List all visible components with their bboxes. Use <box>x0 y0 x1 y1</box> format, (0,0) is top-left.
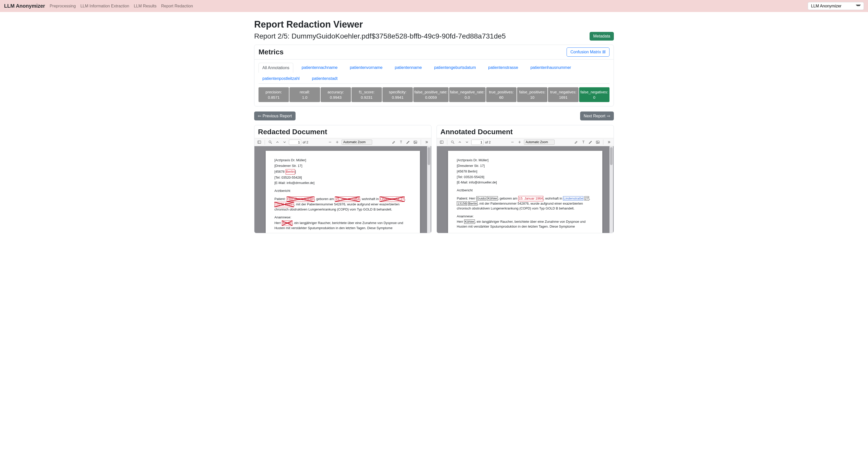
metric-label: precision: <box>259 89 288 95</box>
svg-point-2 <box>269 141 271 143</box>
more-tools-icon[interactable] <box>424 139 429 145</box>
metric-precision: precision:0.8571 <box>258 87 289 102</box>
annotation-housenr: 27 <box>585 196 589 201</box>
prev-page-icon[interactable] <box>275 139 280 145</box>
page-of-label: of 2 <box>485 140 491 144</box>
metric-label: f1_score: <box>352 89 381 95</box>
metric-value: 0.9231 <box>352 95 381 100</box>
tab-patientenvorname[interactable]: patientenvorname <box>346 63 386 72</box>
tab-all-annotations[interactable]: All Annotations <box>258 63 293 73</box>
doc-line: [Arztpraxis Dr. Müller] <box>274 158 411 163</box>
main-container: Report Redaction Viewer Report 2/5: Dumm… <box>250 12 618 243</box>
sidebar-toggle-icon[interactable] <box>256 139 262 145</box>
grid-icon <box>602 51 606 54</box>
metrics-card: Metrics Confusion Matrix All Annotations… <box>254 45 614 106</box>
doc-line: [45678 Berlin] <box>457 169 594 174</box>
metric-label: false_positive_rate: <box>414 89 447 95</box>
more-tools-icon[interactable] <box>606 139 612 145</box>
tab-patientenhausnummer[interactable]: patientenhausnummer <box>526 63 575 72</box>
mode-select-wrap: LLM Anonymizer <box>808 2 864 10</box>
redacted-viewport[interactable]: [Arztpraxis Dr. Müller] [Dresdener Str. … <box>254 146 431 233</box>
metric-value: 0.0059 <box>414 95 447 100</box>
brand[interactable]: LLM Anonymizer <box>4 3 45 9</box>
tab-patientenname[interactable]: patientenname <box>391 63 426 72</box>
highlight-tool-icon[interactable] <box>574 139 579 145</box>
annotated-page: [Arztpraxis Dr. Müller] [Dresdener Str. … <box>448 151 602 233</box>
metric-label: false_negatives: <box>580 89 609 95</box>
zoom-out-icon[interactable] <box>327 139 333 145</box>
draw-tool-icon[interactable] <box>588 139 593 145</box>
metric-value: 0.9941 <box>383 95 412 100</box>
annotation-dob: 15. Januar 1964 <box>518 196 543 201</box>
metrics-card-body: All Annotationspatientennachnamepatiente… <box>254 60 614 106</box>
sidebar-toggle-icon[interactable] <box>439 139 444 145</box>
text-tool-icon[interactable] <box>581 139 586 145</box>
scrollbar-thumb[interactable] <box>610 147 613 165</box>
annotated-scrollbar[interactable] <box>610 146 613 233</box>
zoom-in-icon[interactable] <box>334 139 340 145</box>
svg-point-13 <box>452 141 454 143</box>
tab-patientenpostleitzahl[interactable]: patientenpostleitzahl <box>258 73 304 83</box>
zoom-out-icon[interactable] <box>509 139 515 145</box>
nav-report-redaction[interactable]: Report Redaction <box>161 4 193 8</box>
draw-tool-icon[interactable] <box>405 139 411 145</box>
mode-select[interactable]: LLM Anonymizer <box>808 2 864 10</box>
page-number-input[interactable] <box>471 140 484 145</box>
tab-patientengeburtsdatum[interactable]: patientengeburtsdatum <box>430 63 480 72</box>
nav-preprocessing[interactable]: Preprocessing <box>50 4 75 8</box>
prev-page-icon[interactable] <box>457 139 463 145</box>
previous-report-button[interactable]: ⇦ Previous Report <box>254 111 296 121</box>
annotation-lastname: Köhler <box>464 220 475 224</box>
redacted-scrollbar[interactable] <box>427 146 431 233</box>
text-tool-icon[interactable] <box>398 139 404 145</box>
zoom-in-icon[interactable] <box>517 139 522 145</box>
metric-recall: recall:1.0 <box>289 87 320 102</box>
metric-value: 0 <box>580 95 609 100</box>
metric-label: recall: <box>290 89 319 95</box>
doc-line: Patient: Herr Guido Köhler, geboren am 1… <box>274 197 411 212</box>
doc-line: [Tel: 03520-55428] <box>274 175 411 180</box>
page-number-input[interactable] <box>289 140 301 145</box>
search-icon[interactable] <box>268 139 273 145</box>
confusion-matrix-button[interactable]: Confusion Matrix <box>566 47 610 57</box>
highlight-tool-icon[interactable] <box>391 139 397 145</box>
nav-llm-results[interactable]: LLM Results <box>134 4 157 8</box>
next-page-icon[interactable] <box>282 139 287 145</box>
tab-patientennachname[interactable]: patientennachname <box>298 63 342 72</box>
image-tool-icon[interactable] <box>412 139 418 145</box>
tab-patientenstrasse[interactable]: patientenstrasse <box>484 63 522 72</box>
next-report-button[interactable]: Next Report ⇨ <box>580 111 614 121</box>
metadata-button-label: Metadata <box>593 34 610 38</box>
metric-value: 0.9943 <box>321 95 350 100</box>
doc-line: Herr Köhler, ein langjähriger Raucher, b… <box>274 221 411 231</box>
metrics-card-header: Metrics Confusion Matrix <box>254 45 614 60</box>
redaction-lastname: Köhler <box>282 221 292 226</box>
arrow-right-icon: ⇨ <box>607 113 610 119</box>
tab-patientenstadt[interactable]: patientenstadt <box>308 73 342 83</box>
search-icon[interactable] <box>450 139 456 145</box>
annotated-viewport[interactable]: [Arztpraxis Dr. Müller] [Dresdener Str. … <box>437 146 614 233</box>
next-page-icon[interactable] <box>464 139 470 145</box>
zoom-select[interactable]: Automatic Zoom <box>524 140 555 145</box>
documents-grid: Redacted Document of 2 <box>254 125 614 233</box>
annotation-lastname: Köhler <box>487 196 498 201</box>
page-of-label: of 2 <box>303 140 308 144</box>
nav-llm-info-extraction[interactable]: LLM Information Extraction <box>81 4 129 8</box>
doc-line: Herr Köhler, ein langjähriger Raucher, b… <box>457 220 594 229</box>
metric-false_positives: false_positives:10 <box>517 87 548 102</box>
metric-false_negatives: false_negatives:0 <box>579 87 610 102</box>
doc-line: [Dresdener Str. 17] <box>457 164 594 168</box>
image-tool-icon[interactable] <box>595 139 600 145</box>
metric-specificity: specificity:0.9941 <box>382 87 413 102</box>
metric-accuracy: accuracy:0.9943 <box>320 87 351 102</box>
doc-section: Arztbericht <box>457 188 594 193</box>
metric-value: 1691 <box>549 95 577 100</box>
scrollbar-thumb[interactable] <box>428 147 430 165</box>
metric-value: 0.8571 <box>259 95 288 100</box>
metadata-button[interactable]: Metadata <box>590 32 614 41</box>
metrics-title: Metrics <box>258 48 283 56</box>
metrics-row: precision:0.8571recall:1.0accuracy:0.994… <box>258 87 610 102</box>
arrow-left-icon: ⇦ <box>258 113 261 119</box>
page-title: Report Redaction Viewer <box>254 19 614 30</box>
zoom-select[interactable]: Automatic Zoom <box>342 140 372 145</box>
